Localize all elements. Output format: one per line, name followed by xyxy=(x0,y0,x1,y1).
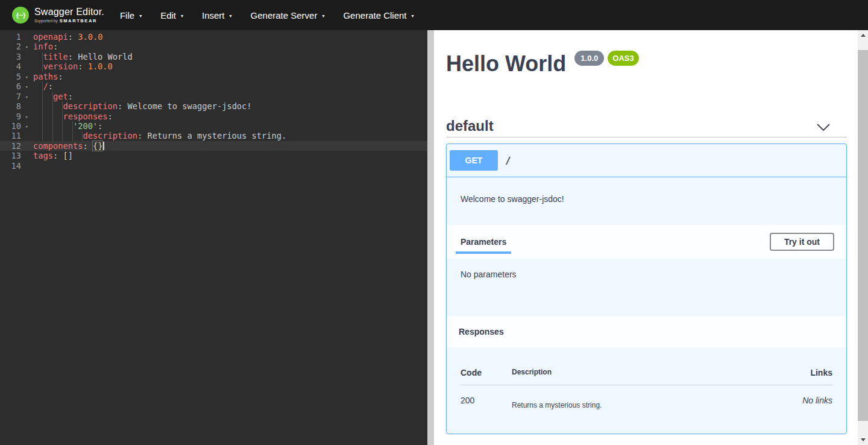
line-number: 6▾ xyxy=(0,81,29,91)
fold-chevron-icon[interactable]: ▾ xyxy=(25,82,28,92)
response-links: No links xyxy=(760,396,832,409)
brand-text: Swagger Editor. Supported bySMARTBEAR xyxy=(34,7,104,24)
editor-line[interactable]: 1openapi: 3.0.0 xyxy=(0,32,427,42)
brand-title: Swagger Editor. xyxy=(34,7,104,17)
indent-guides xyxy=(33,131,83,140)
line-number: 12 xyxy=(0,141,29,151)
line-number-text: 6 xyxy=(16,81,21,91)
code-token: openapi xyxy=(33,32,68,42)
code-text: tags: [] xyxy=(29,151,427,160)
scrollbar-thumb[interactable] xyxy=(858,50,868,421)
code-token: : [] xyxy=(53,151,73,160)
menu-label: File xyxy=(120,10,134,21)
main-split: 1openapi: 3.0.02▾info:3title: Hello Worl… xyxy=(0,30,868,445)
indent-guides xyxy=(33,92,53,101)
code-token: : Welcome to swagger-jsdoc! xyxy=(118,101,252,111)
fold-chevron-icon[interactable]: ▾ xyxy=(25,92,28,102)
tag-header[interactable]: default xyxy=(446,118,847,137)
code-token: 1.0.0 xyxy=(88,62,113,71)
responses-table-rows: 200Returns a mysterious string.No links xyxy=(461,385,832,434)
fold-chevron-icon[interactable]: ▾ xyxy=(25,42,28,52)
editor-line[interactable]: 3title: Hello World xyxy=(0,52,427,62)
menu-label: Generate Server xyxy=(251,10,318,21)
code-token: components xyxy=(33,141,83,151)
code-token: tags xyxy=(33,151,53,160)
editor-line[interactable]: 4version: 1.0.0 xyxy=(0,62,427,71)
chevron-down-icon[interactable] xyxy=(817,124,830,131)
api-title: Hello World xyxy=(446,53,566,75)
code-token: : xyxy=(48,81,53,91)
line-number-text: 5 xyxy=(16,72,21,81)
line-number: 7▾ xyxy=(0,92,29,101)
line-number: 2▾ xyxy=(0,42,29,51)
text-cursor xyxy=(103,142,104,150)
version-badge: 1.0.0 xyxy=(574,51,604,66)
opblock-summary[interactable]: GET / xyxy=(447,144,846,177)
swagger-editor-brand[interactable]: {···} Swagger Editor. Supported bySMARTB… xyxy=(12,7,104,24)
page-scrollbar[interactable] xyxy=(858,30,868,445)
code-token: : xyxy=(68,92,73,101)
topbar: {···} Swagger Editor. Supported bySMARTB… xyxy=(0,0,868,30)
code-text: /: xyxy=(29,81,427,91)
preview-content: Hello World 1.0.0 OAS3 default GET / xyxy=(434,53,858,434)
code-token: : xyxy=(108,112,113,121)
editor-line[interactable]: 8description: Welcome to swagger-jsdoc! xyxy=(0,101,427,111)
column-header-links: Links xyxy=(760,368,832,377)
scroll-up-button[interactable] xyxy=(858,30,868,40)
code-editor[interactable]: 1openapi: 3.0.02▾info:3title: Hello Worl… xyxy=(0,30,427,445)
fold-chevron-icon[interactable]: ▾ xyxy=(25,72,28,82)
no-parameters-message: No parameters xyxy=(461,270,517,279)
editor-lines: 1openapi: 3.0.02▾info:3title: Hello Worl… xyxy=(0,32,427,171)
editor-line[interactable]: 6▾/: xyxy=(0,81,427,91)
line-number-text: 14 xyxy=(11,161,21,171)
menu-edit[interactable]: Edit▾ xyxy=(160,10,183,21)
code-token: info xyxy=(33,42,53,51)
editor-line[interactable]: 12components: {} xyxy=(0,141,427,151)
code-token: : Returns a mysterious string. xyxy=(137,131,286,140)
scroll-down-button[interactable] xyxy=(858,435,868,445)
line-number-text: 11 xyxy=(11,131,21,140)
menu-bar: File▾Edit▾Insert▾Generate Server▾Generat… xyxy=(120,10,433,21)
response-row: 200Returns a mysterious string.No links xyxy=(461,385,832,434)
fold-chevron-icon[interactable]: ▾ xyxy=(25,112,28,122)
code-token: / xyxy=(43,81,48,91)
code-token: get xyxy=(53,92,68,101)
chevron-down-icon: ▾ xyxy=(230,13,232,19)
indent-guides xyxy=(33,112,63,121)
tag-section: default GET / Welcome to swagger-jsdoc! … xyxy=(446,118,847,434)
fold-chevron-icon[interactable]: ▾ xyxy=(25,122,28,131)
editor-line[interactable]: 14 xyxy=(0,161,427,171)
editor-line[interactable]: 11description: Returns a mysterious stri… xyxy=(0,131,427,140)
editor-line[interactable]: 13tags: [] xyxy=(0,151,427,160)
pane-splitter[interactable] xyxy=(427,30,434,445)
editor-line[interactable]: 10▾'200': xyxy=(0,121,427,131)
indent-guides xyxy=(33,121,73,131)
editor-line[interactable]: 5▾paths: xyxy=(0,72,427,81)
column-header-code: Code xyxy=(461,368,512,377)
code-text: components: {} xyxy=(29,141,427,151)
line-number: 1 xyxy=(0,32,29,42)
arrow-down-icon xyxy=(861,438,866,441)
code-token: : Hello World xyxy=(68,52,133,62)
code-token: : xyxy=(53,42,58,51)
code-token: '200' xyxy=(73,121,98,131)
line-number-text: 12 xyxy=(11,141,21,151)
menu-insert[interactable]: Insert▾ xyxy=(202,10,232,21)
tab-parameters[interactable]: Parameters xyxy=(456,237,511,254)
line-number: 10▾ xyxy=(0,121,29,131)
menu-file[interactable]: File▾ xyxy=(120,10,142,21)
try-it-out-button[interactable]: Try it out xyxy=(770,233,834,251)
menu-generate-server[interactable]: Generate Server▾ xyxy=(251,10,325,21)
editor-line[interactable]: 2▾info: xyxy=(0,42,427,51)
menu-generate-client[interactable]: Generate Client▾ xyxy=(343,10,414,21)
code-token: description xyxy=(83,131,137,140)
code-token: version xyxy=(43,62,78,71)
responses-table-header: Code Description Links xyxy=(461,359,832,385)
editor-line[interactable]: 7▾get: xyxy=(0,92,427,101)
editor-line[interactable]: 9▾responses: xyxy=(0,112,427,121)
response-description: Returns a mysterious string. xyxy=(512,401,760,409)
line-number-text: 7 xyxy=(16,92,21,101)
code-token: : xyxy=(98,121,102,131)
menu-label: Generate Client xyxy=(343,10,406,21)
code-token: : xyxy=(83,141,92,151)
